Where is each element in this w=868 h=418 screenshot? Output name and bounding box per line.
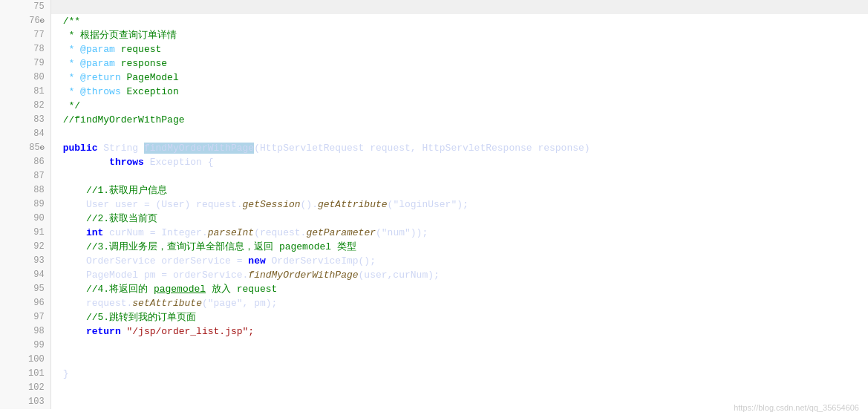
code-table: 7576⊙/**77 * 根据分页查询订单详情78 * @param reque… xyxy=(0,0,868,409)
table-row: 95 //4.将返回的 pagemodel 放入 request xyxy=(0,282,868,296)
code-content: OrderService orderService = new OrderSer… xyxy=(50,254,868,268)
code-content: * @return PageModel xyxy=(50,71,868,85)
code-content xyxy=(50,353,868,367)
line-number: 102 xyxy=(0,381,50,395)
code-content: //5.跳转到我的订单页面 xyxy=(50,310,868,324)
line-number: 84 xyxy=(0,127,50,141)
table-row: 79 * @param response xyxy=(0,56,868,71)
code-content: //4.将返回的 pagemodel 放入 request xyxy=(50,282,868,296)
table-row: 82 */ xyxy=(0,99,868,113)
table-row: 78 * @param request xyxy=(0,42,868,56)
line-number: 100 xyxy=(0,353,50,367)
code-content: public String findMyOrderWithPage(HttpSe… xyxy=(50,141,868,155)
line-number: 77 xyxy=(0,28,50,42)
table-row: 102 xyxy=(0,381,868,395)
table-row: 101} xyxy=(0,367,868,381)
code-content: /** xyxy=(50,14,868,28)
table-row: 76⊙/** xyxy=(0,14,868,28)
code-content: * @param response xyxy=(50,56,868,71)
table-row: 83//findMyOrderWithPage xyxy=(0,113,868,127)
code-content xyxy=(50,339,868,353)
line-number: 96 xyxy=(0,296,50,310)
code-content: */ xyxy=(50,99,868,113)
code-content: PageModel pm = orderService.findMyOrderW… xyxy=(50,268,868,282)
line-number: 75 xyxy=(0,0,50,14)
table-row: 99 xyxy=(0,339,868,353)
line-number: 89 xyxy=(0,197,50,212)
code-content: } xyxy=(50,367,868,381)
code-content xyxy=(50,381,868,395)
line-number: 83 xyxy=(0,113,50,127)
table-row: 75 xyxy=(0,0,868,14)
line-number: 86 xyxy=(0,155,50,169)
table-row: 81 * @throws Exception xyxy=(0,85,868,99)
table-row: 77 * 根据分页查询订单详情 xyxy=(0,28,868,42)
table-row: 87 xyxy=(0,169,868,183)
table-row: 97 //5.跳转到我的订单页面 xyxy=(0,310,868,324)
code-content: //findMyOrderWithPage xyxy=(50,113,868,127)
line-number: 85⊙ xyxy=(0,141,50,155)
line-number: 81 xyxy=(0,85,50,99)
line-number: 97 xyxy=(0,310,50,324)
line-number: 91 xyxy=(0,226,50,240)
table-row: 92 //3.调用业务层，查询订单全部信息，返回 pagemodel 类型 xyxy=(0,240,868,254)
line-number: 88 xyxy=(0,183,50,197)
code-editor: 7576⊙/**77 * 根据分页查询订单详情78 * @param reque… xyxy=(0,0,868,418)
table-row: 98 return "/jsp/order_list.jsp"; xyxy=(0,324,868,339)
line-number: 87 xyxy=(0,169,50,183)
code-content: int curNum = Integer.parseInt(request.ge… xyxy=(50,226,868,240)
code-content: //3.调用业务层，查询订单全部信息，返回 pagemodel 类型 xyxy=(50,240,868,254)
line-number: 93 xyxy=(0,254,50,268)
table-row: 89 User user = (User) request.getSession… xyxy=(0,197,868,212)
code-content: * 根据分页查询订单详情 xyxy=(50,28,868,42)
code-content: return "/jsp/order_list.jsp"; xyxy=(50,324,868,339)
line-number: 82 xyxy=(0,99,50,113)
line-number: 103 xyxy=(0,395,50,409)
line-number: 94 xyxy=(0,268,50,282)
table-row: 84 xyxy=(0,127,868,141)
table-row: 94 PageModel pm = orderService.findMyOrd… xyxy=(0,268,868,282)
code-content xyxy=(50,127,868,141)
code-content: User user = (User) request.getSession().… xyxy=(50,197,868,212)
table-row: 90 //2.获取当前页 xyxy=(0,212,868,226)
code-content: //1.获取用户信息 xyxy=(50,183,868,197)
code-content xyxy=(50,169,868,183)
code-content: * @throws Exception xyxy=(50,85,868,99)
line-number: 99 xyxy=(0,339,50,353)
line-number: 92 xyxy=(0,240,50,254)
line-number: 76⊙ xyxy=(0,14,50,28)
code-content: request.setAttribute("page", pm); xyxy=(50,296,868,310)
line-number: 95 xyxy=(0,282,50,296)
line-number: 80 xyxy=(0,71,50,85)
table-row: 80 * @return PageModel xyxy=(0,71,868,85)
table-row: 93 OrderService orderService = new Order… xyxy=(0,254,868,268)
code-content: //2.获取当前页 xyxy=(50,212,868,226)
watermark: https://blog.csdn.net/qq_35654606 xyxy=(734,403,859,412)
table-row: 100 xyxy=(0,353,868,367)
line-number: 90 xyxy=(0,212,50,226)
code-content xyxy=(50,0,868,14)
line-number: 98 xyxy=(0,324,50,339)
code-content: * @param request xyxy=(50,42,868,56)
line-number: 78 xyxy=(0,42,50,56)
table-row: 91 int curNum = Integer.parseInt(request… xyxy=(0,226,868,240)
line-number: 101 xyxy=(0,367,50,381)
code-content: throws Exception { xyxy=(50,155,868,169)
table-row: 88 //1.获取用户信息 xyxy=(0,183,868,197)
table-row: 85⊙public String findMyOrderWithPage(Htt… xyxy=(0,141,868,155)
line-number: 79 xyxy=(0,56,50,71)
table-row: 86 throws Exception { xyxy=(0,155,868,169)
table-row: 96 request.setAttribute("page", pm); xyxy=(0,296,868,310)
